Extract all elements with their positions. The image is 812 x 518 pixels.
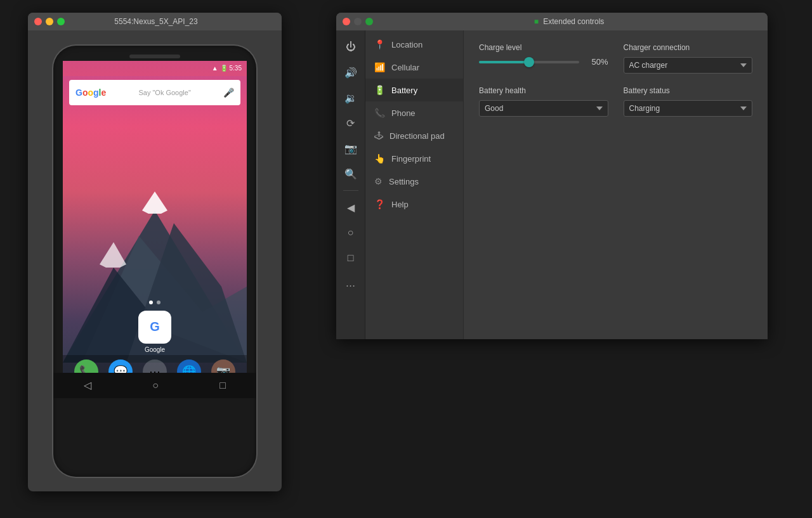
sidebar-item-phone[interactable]: 📞 Phone (365, 101, 463, 124)
sidebar-item-location[interactable]: 📍 Location (365, 33, 463, 56)
time-display: 5:35 (230, 65, 242, 72)
settings-icon: ⚙ (374, 176, 383, 186)
ext-controls-title: ■ Extended controls (377, 17, 761, 26)
sidebar-label-settings: Settings (389, 177, 419, 186)
page-dot-2 (157, 301, 160, 304)
sidebar-nav: 📍 Location 📶 Cellular 🔋 Battery 📞 Phone … (365, 30, 464, 339)
battery-health-label: Battery health (479, 86, 608, 95)
cellular-icon: 📶 (374, 62, 385, 72)
phone-nav-icon: 📞 (374, 108, 385, 118)
home-nav-icon[interactable]: ○ (152, 380, 159, 391)
battery-controls-row-1: Charge level 50% Charger connection AC c… (479, 43, 752, 74)
statusbar-right: ▲ 🔋 5:35 (212, 65, 242, 72)
battery-icon: 🔋 (220, 65, 228, 72)
ext-close-button[interactable] (343, 18, 350, 25)
sidebar-label-dpad: Directional pad (390, 131, 445, 141)
toolbar-square-btn[interactable]: □ (339, 247, 362, 269)
charger-connection-select[interactable]: AC charger USB charger None (624, 57, 753, 74)
location-icon: 📍 (374, 39, 385, 49)
extended-controls-window: ■ Extended controls ⏻ 🔊 🔉 ⟳ 📷 🔍 ◀ ○ □ … … (336, 13, 768, 339)
ext-body: ⏻ 🔊 🔉 ⟳ 📷 🔍 ◀ ○ □ … 📍 Location 📶 Cellula… (336, 30, 768, 339)
signal-icon: ▲ (212, 65, 218, 72)
sidebar-item-cellular[interactable]: 📶 Cellular (365, 56, 463, 79)
search-hint: Say "Ok Google" (111, 89, 218, 96)
charger-connection-label: Charger connection (624, 43, 753, 52)
page-dot-1 (149, 301, 153, 304)
dpad-icon: 🕹 (374, 131, 383, 141)
charge-value-display: 50% (586, 57, 608, 67)
toolbar-zoom-btn[interactable]: 🔍 (339, 162, 362, 185)
sidebar-label-help: Help (391, 200, 409, 209)
phone-speaker (129, 55, 180, 58)
emulator-titlebar: 5554:Nexus_5X_API_23 (28, 13, 282, 30)
battery-panel: Charge level 50% Charger connection AC c… (464, 30, 768, 339)
toolbar-volup-btn[interactable]: 🔊 (339, 61, 362, 84)
emulator-window: 5554:Nexus_5X_API_23 ▲ 🔋 5:35 Google (28, 13, 282, 491)
mic-icon[interactable]: 🎤 (223, 87, 234, 98)
battery-status-select[interactable]: Charging Discharging Full Not charging U… (624, 100, 753, 117)
toolbar-more-btn[interactable]: … (339, 272, 362, 295)
phone-screen[interactable]: ▲ 🔋 5:35 Google Say "Ok Google" 🎤 (63, 61, 247, 388)
toolbar-separator (343, 190, 358, 191)
charger-connection-group: Charger connection AC charger USB charge… (624, 43, 753, 74)
sidebar-item-battery[interactable]: 🔋 Battery (365, 79, 463, 101)
ext-title-icon: ■ (534, 17, 539, 26)
sidebar-label-phone: Phone (391, 108, 416, 118)
google-logo: Google (75, 87, 106, 98)
sidebar-item-settings[interactable]: ⚙ Settings (365, 170, 463, 193)
charge-level-group: Charge level 50% (479, 43, 608, 67)
toolbar-rotate-btn[interactable]: ⟳ (339, 112, 362, 134)
toolbar: ⏻ 🔊 🔉 ⟳ 📷 🔍 ◀ ○ □ … (336, 30, 365, 339)
charge-level-label: Charge level (479, 43, 608, 52)
sidebar-label-cellular: Cellular (391, 63, 419, 72)
ext-minimize-button[interactable] (354, 18, 362, 25)
sidebar-item-fingerprint[interactable]: 👆 Fingerprint (365, 147, 463, 170)
battery-status-group: Battery status Charging Discharging Full… (624, 86, 753, 117)
fingerprint-icon: 👆 (374, 153, 385, 164)
help-icon: ❓ (374, 199, 385, 209)
svg-marker-5 (100, 242, 126, 268)
google-search-bar[interactable]: Google Say "Ok Google" 🎤 (69, 80, 240, 105)
google-app-icon[interactable]: G (138, 311, 171, 344)
page-dots (149, 301, 160, 304)
phone-statusbar: ▲ 🔋 5:35 (63, 61, 247, 76)
slider-row: 50% (479, 57, 608, 67)
charge-slider[interactable] (479, 61, 579, 63)
sidebar-label-fingerprint: Fingerprint (391, 154, 431, 164)
recents-nav-icon[interactable]: □ (219, 380, 226, 391)
sidebar-item-dpad[interactable]: 🕹 Directional pad (365, 124, 463, 147)
battery-health-select[interactable]: Good Fair Poor Dead Overheat Unknown (479, 100, 608, 117)
toolbar-power-btn[interactable]: ⏻ (339, 36, 362, 58)
toolbar-home-btn[interactable]: ○ (339, 221, 362, 244)
google-app-label: Google (145, 346, 165, 353)
ext-maximize-button[interactable] (365, 18, 373, 25)
toolbar-back-btn[interactable]: ◀ (339, 196, 362, 219)
status-select-wrapper: Charging Discharging Full Not charging U… (624, 100, 753, 117)
ext-title-text: Extended controls (543, 17, 604, 26)
svg-marker-4 (142, 191, 167, 214)
toolbar-screenshot-btn[interactable]: 📷 (339, 137, 362, 160)
phone-nav-bar: ◁ ○ □ (53, 373, 256, 398)
battery-nav-icon: 🔋 (374, 85, 385, 95)
battery-controls-row-2: Battery health Good Fair Poor Dead Overh… (479, 86, 752, 117)
emulator-title: 5554:Nexus_5X_API_23 (37, 17, 275, 26)
toolbar-voldown-btn[interactable]: 🔉 (339, 86, 362, 109)
battery-health-group: Battery health Good Fair Poor Dead Overh… (479, 86, 608, 117)
sidebar-label-location: Location (391, 40, 422, 49)
home-apps-area: G Google (63, 301, 247, 353)
sidebar-label-battery: Battery (391, 86, 417, 95)
ext-titlebar: ■ Extended controls (336, 13, 768, 30)
battery-status-label: Battery status (624, 86, 753, 95)
emulator-body: ▲ 🔋 5:35 Google Say "Ok Google" 🎤 (28, 30, 282, 491)
charger-select-wrapper: AC charger USB charger None (624, 57, 753, 74)
sidebar-item-help[interactable]: ❓ Help (365, 193, 463, 216)
back-nav-icon[interactable]: ◁ (84, 379, 91, 391)
phone-device: ▲ 🔋 5:35 Google Say "Ok Google" 🎤 (53, 46, 256, 477)
health-select-wrapper: Good Fair Poor Dead Overheat Unknown (479, 100, 608, 117)
